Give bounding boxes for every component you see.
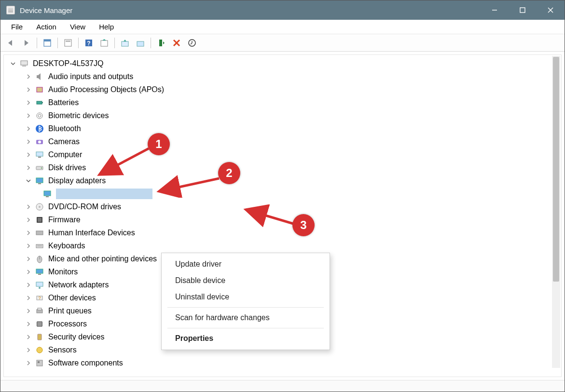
svg-rect-20 — [37, 101, 42, 104]
chevron-right-icon[interactable] — [25, 360, 32, 366]
hid-icon — [35, 228, 44, 238]
chevron-down-icon[interactable] — [10, 60, 16, 67]
minimize-button[interactable] — [481, 0, 509, 20]
tree-category[interactable]: Cameras — [4, 135, 561, 148]
svg-rect-52 — [37, 322, 42, 326]
tree-category-display-adapters[interactable]: Display adapters — [4, 174, 561, 187]
tree-device-selected[interactable] — [4, 187, 561, 200]
svg-rect-21 — [42, 102, 43, 103]
chevron-right-icon[interactable] — [25, 230, 32, 236]
svg-rect-10 — [101, 41, 108, 46]
svg-rect-38 — [38, 218, 41, 222]
vertical-scrollbar[interactable] — [552, 56, 560, 368]
svg-rect-60 — [38, 361, 40, 363]
chevron-down-icon[interactable] — [25, 177, 32, 184]
tree-category[interactable]: Software components — [4, 356, 561, 369]
chevron-right-icon[interactable] — [25, 334, 32, 340]
chevron-right-icon[interactable] — [25, 243, 32, 249]
uninstall-toolbar-button[interactable] — [134, 36, 147, 50]
scan-toolbar-button[interactable] — [185, 36, 199, 50]
svg-point-58 — [37, 347, 42, 353]
chevron-right-icon[interactable] — [25, 86, 32, 93]
tree-category[interactable]: Keyboards — [4, 239, 561, 252]
security-icon — [35, 332, 44, 342]
tree-category-label: Audio Processing Objects (APOs) — [48, 85, 164, 94]
printer-icon — [35, 306, 44, 316]
context-menu-scan-hardware[interactable]: Scan for hardware changes — [162, 310, 330, 326]
tree-category[interactable]: Audio Processing Objects (APOs) — [4, 83, 561, 96]
svg-rect-32 — [38, 183, 41, 184]
tree-category-label: Computer — [48, 150, 82, 159]
chevron-right-icon[interactable] — [25, 282, 32, 288]
chevron-right-icon[interactable] — [25, 73, 32, 80]
scrollbar-thumb[interactable] — [553, 57, 559, 282]
menu-file[interactable]: File — [4, 21, 29, 33]
show-hidden-button[interactable] — [41, 36, 54, 50]
tree-category[interactable]: Disk drives — [4, 161, 561, 174]
chevron-right-icon[interactable] — [25, 347, 32, 353]
context-menu-separator — [167, 307, 324, 308]
svg-rect-12 — [137, 41, 144, 46]
menu-action[interactable]: Action — [29, 21, 63, 33]
menu-help[interactable]: Help — [92, 21, 121, 33]
svg-rect-13 — [159, 40, 162, 46]
chevron-right-icon[interactable] — [25, 295, 32, 301]
help-toolbar-button[interactable]: ? — [82, 36, 96, 50]
context-menu-uninstall-device[interactable]: Uninstall device — [162, 289, 330, 305]
chevron-right-icon[interactable] — [25, 321, 32, 327]
menu-view[interactable]: View — [63, 21, 92, 33]
chevron-right-icon[interactable] — [25, 269, 32, 275]
selected-device-label — [56, 189, 58, 196]
chevron-right-icon[interactable] — [25, 125, 32, 132]
window-title: Device Manager — [20, 6, 481, 14]
enable-toolbar-button[interactable] — [154, 36, 168, 50]
display-adapter-icon — [35, 176, 44, 186]
tree-category[interactable]: Batteries — [4, 96, 561, 109]
tree-category-label: Mice and other pointing devices — [48, 255, 157, 263]
callout-1: 1 — [148, 133, 170, 155]
context-menu-update-driver[interactable]: Update driver — [162, 256, 330, 272]
chevron-right-icon[interactable] — [25, 99, 32, 106]
bluetooth-icon — [35, 124, 44, 134]
network-icon — [35, 280, 44, 290]
callout-3: 3 — [292, 214, 315, 236]
tree-category-label: Keyboards — [48, 242, 85, 250]
chevron-right-icon[interactable] — [25, 138, 32, 145]
refresh-toolbar-button[interactable] — [97, 36, 111, 50]
maximize-button[interactable] — [509, 0, 537, 20]
other-device-icon: ? — [35, 293, 44, 303]
tree-category[interactable]: Bluetooth — [4, 122, 561, 135]
tree-category-label: Other devices — [48, 294, 96, 302]
chevron-right-icon[interactable] — [25, 112, 32, 119]
svg-rect-46 — [36, 282, 43, 286]
tree-category-label: Processors — [48, 320, 87, 328]
chevron-right-icon[interactable] — [25, 216, 32, 223]
forward-button[interactable] — [20, 36, 33, 50]
update-driver-toolbar-button[interactable] — [118, 36, 132, 50]
toolbar-separator — [37, 38, 37, 48]
tree-category[interactable]: Biometric devices — [4, 109, 561, 122]
context-menu-properties[interactable]: Properties — [162, 330, 330, 347]
arrow-3 — [241, 204, 299, 229]
chevron-right-icon[interactable] — [25, 256, 32, 262]
context-menu: Update driver Disable device Uninstall d… — [161, 253, 330, 350]
svg-rect-34 — [46, 196, 49, 197]
properties-toolbar-button[interactable] — [61, 36, 75, 50]
disable-toolbar-button[interactable] — [170, 36, 183, 50]
tree-category[interactable]: Computer — [4, 148, 561, 161]
chevron-right-icon[interactable] — [25, 203, 32, 210]
close-button[interactable] — [537, 0, 565, 20]
tree-category[interactable]: Audio inputs and outputs — [4, 70, 561, 83]
context-menu-disable-device[interactable]: Disable device — [162, 272, 330, 289]
svg-point-47 — [39, 287, 41, 289]
tree-root-node[interactable]: DESKTOP-4L537JQ — [4, 57, 561, 70]
svg-line-63 — [248, 210, 293, 224]
computer-icon — [35, 150, 44, 160]
svg-rect-33 — [44, 191, 51, 196]
chevron-right-icon[interactable] — [25, 151, 32, 158]
back-button[interactable] — [4, 36, 18, 50]
window-controls — [481, 0, 565, 20]
firmware-icon — [35, 215, 44, 225]
chevron-right-icon[interactable] — [25, 308, 32, 314]
chevron-right-icon[interactable] — [25, 164, 32, 171]
